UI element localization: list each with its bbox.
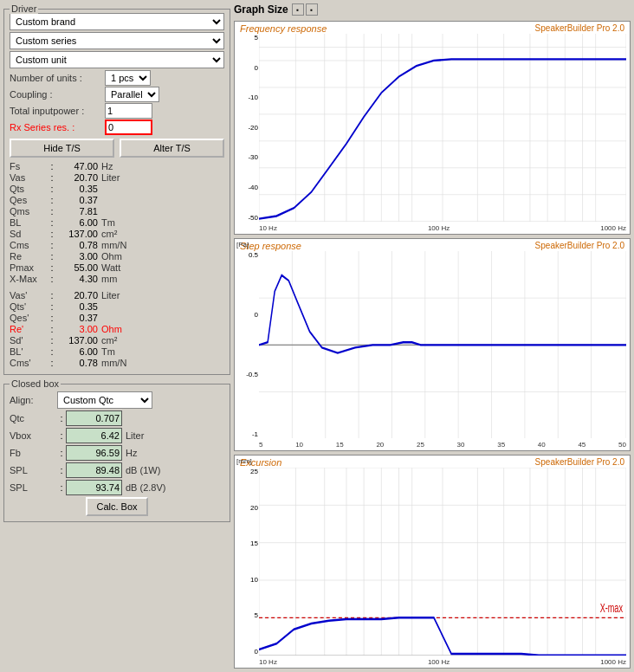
ts-row-pmax: Pmax : 55.00 Watt [10,262,224,273]
num-units-label: Number of units : [10,73,105,83]
ts-name-bl: BL [10,217,48,228]
total-input-label: Total inputpower : [10,106,105,116]
ts-unit-bl: Tm [101,217,115,228]
series-dropdown-row: Custom series [10,32,224,49]
exc-y-axis: 25 20 15 10 5 0 [236,468,258,656]
total-input-field[interactable] [105,103,152,119]
graph-size-label: Graph Size [234,3,288,16]
ts-row-vas2: Vas' : 20.70 Liter [10,290,224,300]
ts-val-fs: 47.00 [56,161,101,171]
ts-val-qes2: 0.37 [56,313,101,323]
step-y-axis: 0.5 0 -0.5 -1 [236,251,258,439]
ts-unit-re: Ohm [101,251,122,262]
freq-x-labels: 10 Hz 100 Hz 1000 Hz [259,224,626,232]
ts-name-qes: Qes [10,195,48,205]
closed-box-label: Closed box [10,378,61,389]
ts-row-bl2: BL' : 6.00 Tm [10,346,224,357]
ts-name-re2: Re' [10,324,48,334]
series-select[interactable]: Custom series [10,32,224,49]
exc-svg: X-max [259,468,626,656]
ts-name-bl2: BL' [10,346,48,357]
step-y-unit: [Pa] [236,241,249,249]
freq-svg [259,34,626,222]
step-svg [259,251,626,439]
spl1-input[interactable] [66,462,122,478]
unit-select[interactable]: Custom unit [10,51,224,68]
ts-unit-bl2: Tm [101,346,115,357]
right-panel: Graph Size ▪ ▪ Frequency response Speake… [234,0,634,672]
rx-input-field[interactable] [105,120,152,135]
ts-val-cms2: 0.78 [56,358,101,368]
closed-box-section: Closed box Align: Custom Qtc Qtc : Vbox … [3,384,230,522]
step-x-labels: 5 10 15 20 25 30 35 40 45 50 [259,441,626,449]
qtc-label: Qtc [10,413,57,423]
ts-val-sd: 137.00 [56,229,101,239]
exc-x-labels: 10 Hz 100 Hz 1000 Hz [259,658,626,666]
ts-val-bl2: 6.00 [56,346,101,357]
excursion-graph: Excursion SpeakerBuilder Pro 2.0 [mm] 25… [234,455,631,669]
ts-val-re: 3.00 [56,251,101,262]
alter-ts-button[interactable]: Alter T/S [120,139,224,158]
ts-row-vas: Vas : 20.70 Liter [10,172,224,183]
spl2-row: SPL : dB (2.8V) [10,480,224,495]
coupling-value: Parallel [105,87,159,102]
frequency-response-graph: Frequency response SpeakerBuilder Pro 2.… [234,21,631,235]
num-units-select[interactable]: 1 pcs [105,70,151,86]
ts-name-cms: Cms [10,240,48,250]
excursion-graph-brand: SpeakerBuilder Pro 2.0 [535,457,624,467]
ts-val-qts2: 0.35 [56,301,101,312]
ts-val-qms: 7.81 [56,206,101,216]
ts-row-cms2: Cms' : 0.78 mm/N [10,358,224,368]
align-select[interactable]: Custom Qtc [57,391,152,409]
fb-input[interactable] [66,445,122,461]
ts-name-qms: Qms [10,206,48,216]
ts-row-qts: Qts : 0.35 [10,184,224,194]
left-panel: Driver Custom brand Custom series Custom… [0,0,234,672]
ts-name-cms2: Cms' [10,358,48,368]
ts-val-vas: 20.70 [56,172,101,183]
ts-val-sd2: 137.00 [56,335,101,346]
ts-row-fs: Fs : 47.00 Hz [10,161,224,171]
fb-unit: Hz [126,448,137,458]
qtc-input[interactable] [66,410,122,426]
brand-select[interactable]: Custom brand [10,13,224,30]
brand-dropdown-row: Custom brand [10,13,224,30]
unit-dropdown-row: Custom unit [10,51,224,68]
fb-label: Fb [10,448,57,458]
ts-name-qes2: Qes' [10,313,48,323]
ts-row-re: Re : 3.00 Ohm [10,251,224,262]
spl1-row: SPL : dB (1W) [10,462,224,478]
step-graph-brand: SpeakerBuilder Pro 2.0 [535,241,624,250]
graph-size-icons: ▪ ▪ [292,3,318,16]
ts-row-bl: BL : 6.00 Tm [10,217,224,228]
hide-ts-button[interactable]: Hide T/S [10,139,114,158]
vbox-input[interactable] [66,428,122,443]
calc-box-button[interactable]: Calc. Box [86,497,147,516]
vbox-label: Vbox [10,430,57,441]
ts-unit-vas2: Liter [101,290,120,300]
coupling-select[interactable]: Parallel [105,87,159,102]
ts-val-qes: 0.37 [56,195,101,205]
freq-graph-brand: SpeakerBuilder Pro 2.0 [535,23,624,33]
rx-label: Rx Series res. : [10,122,105,132]
graph-size-small-btn[interactable]: ▪ [292,3,304,16]
spl2-unit: dB (2.8V) [126,482,165,493]
ts-val-bl: 6.00 [56,217,101,228]
num-units-value: 1 pcs [105,70,151,86]
ts-unit-cms: mm/N [101,240,126,250]
vbox-unit: Liter [126,430,144,441]
num-units-row: Number of units : 1 pcs [10,70,224,86]
ts-name-vas: Vas [10,172,48,183]
graph-size-large-btn[interactable]: ▪ [306,3,318,16]
ts-name-vas2: Vas' [10,290,48,300]
spl1-label: SPL [10,465,57,475]
spl2-label: SPL [10,482,57,493]
coupling-row: Coupling : Parallel [10,87,224,102]
ts-name-qts: Qts [10,184,48,194]
freq-y-axis: 5 0 -10 -20 -30 -40 -50 [236,34,258,222]
spl2-input[interactable] [66,480,122,495]
exc-y-unit: [mm] [236,457,252,465]
ts-button-row: Hide T/S Alter T/S [10,139,224,158]
step-response-graph: Step response SpeakerBuilder Pro 2.0 0.5… [234,238,631,452]
qtc-row: Qtc : [10,410,224,426]
